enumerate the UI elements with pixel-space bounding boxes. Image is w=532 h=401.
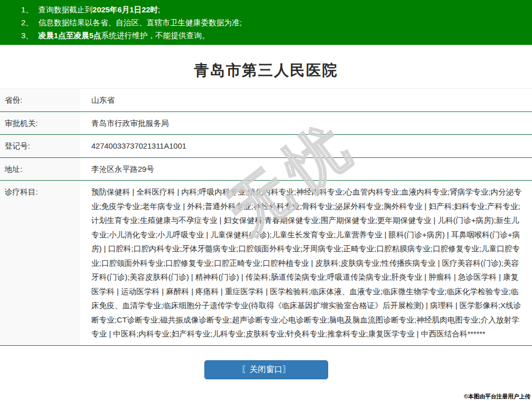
notice-text: 查询数据截止到 <box>38 5 92 14</box>
row-label: 地址: <box>0 158 80 181</box>
table-row-approval-authority: 审批机关: 青岛市行政审批服务局 <box>0 112 532 135</box>
row-label: 诊疗科目: <box>0 181 80 345</box>
notice-line-2: 2、信息数据结果以各省、自治区、直辖市卫生健康委数据为准; <box>0 16 532 29</box>
table-row-medical-subjects: 诊疗科目: 预防保健科 | 全科医疗科 | 内科;呼吸内科专业;消化内科专业;神… <box>0 181 532 346</box>
notice-text: ; <box>158 5 160 14</box>
notice-number: 1、 <box>21 3 33 16</box>
notice-bar: 1、查询数据截止到2025年6月1日22时; 2、信息数据结果以各省、自治区、直… <box>0 0 532 45</box>
row-value: 青岛市行政审批服务局 <box>80 112 532 135</box>
row-value: 预防保健科 | 全科医疗科 | 内科;呼吸内科专业;消化内科专业;神经内科专业;… <box>80 181 532 345</box>
notice-line-3: 3、凌晨1点至凌晨5点系统进行维护，不能提供查询。 <box>0 29 532 42</box>
row-label: 省份: <box>0 89 80 111</box>
notice-text-bold: 凌晨1点至凌晨5点 <box>38 31 101 40</box>
notice-number: 2、 <box>21 16 33 29</box>
row-value: 42740033737021311A1001 <box>80 135 532 157</box>
page-title: 青岛市第三人民医院 <box>0 60 532 81</box>
notice-line-1: 1、查询数据截止到2025年6月1日22时; <box>0 3 532 16</box>
table-row-registration-number: 登记号: 42740033737021311A1001 <box>0 135 532 158</box>
hospital-info-table: 省份: 山东省 审批机关: 青岛市行政审批服务局 登记号: 4274003373… <box>0 88 532 346</box>
notice-text-bold: 2025年6月1日22时 <box>92 5 158 14</box>
row-label: 登记号: <box>0 135 80 157</box>
close-window-button[interactable]: 〖关闭窗口〗 <box>204 360 328 379</box>
row-value: 山东省 <box>80 89 532 111</box>
uploader-note: ©本图由平台注册用户上传 <box>464 393 530 400</box>
table-row-address: 地址: 李沧区永平路29号 <box>0 158 532 181</box>
row-label: 审批机关: <box>0 112 80 135</box>
notice-number: 3、 <box>21 29 33 42</box>
button-row: 〖关闭窗口〗 <box>0 360 532 379</box>
table-row-province: 省份: 山东省 <box>0 89 532 112</box>
row-value: 李沧区永平路29号 <box>80 158 532 181</box>
notice-text: 系统进行维护，不能提供查询。 <box>101 31 209 40</box>
notice-text: 信息数据结果以各省、自治区、直辖市卫生健康委数据为准; <box>38 18 241 27</box>
